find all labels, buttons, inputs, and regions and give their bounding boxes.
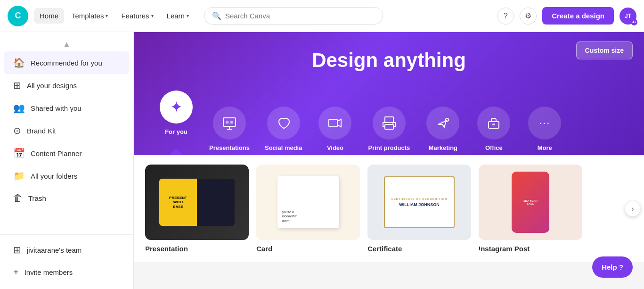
nav-features[interactable]: Features ▾ bbox=[115, 8, 159, 24]
print-label: Print products bbox=[368, 144, 410, 155]
insta-screen: MID-YEARSALE bbox=[512, 172, 549, 233]
sidebar-item-team[interactable]: ⊞ jivitaarane's team bbox=[4, 239, 130, 261]
nav-templates[interactable]: Templates ▾ bbox=[66, 8, 114, 24]
template-card-card[interactable]: you're awonderfulmom! Card bbox=[256, 165, 360, 253]
presentations-label: Presentations bbox=[209, 144, 250, 155]
team-icon: ⊞ bbox=[13, 244, 21, 256]
sidebar-item-trash-label: Trash bbox=[28, 194, 46, 202]
instagram-thumbnail: MID-YEARSALE bbox=[479, 165, 582, 240]
main-content: Design anything Custom size ✦ For you bbox=[134, 32, 644, 289]
avatar-initials: JT bbox=[625, 13, 631, 19]
help-icon-button[interactable]: ? bbox=[497, 8, 514, 25]
search-input[interactable] bbox=[225, 12, 375, 20]
template-grid: PRESENTWITHEASE Presentation you're awon… bbox=[145, 165, 633, 253]
sidebar-item-trash[interactable]: 🗑 Trash bbox=[4, 187, 130, 209]
cert-title: CERTIFICATE OF RECOGNITION bbox=[391, 198, 447, 200]
sidebar-item-invite[interactable]: + Invite members bbox=[4, 261, 130, 283]
sidebar-item-brand[interactable]: ⊙ Brand Kit bbox=[4, 119, 130, 142]
svg-rect-5 bbox=[329, 119, 337, 127]
card-inner: you're awonderfulmom! bbox=[277, 176, 339, 228]
hero-title: Design anything bbox=[153, 49, 625, 72]
cert-name: WILLIAM JOHNSON bbox=[399, 202, 440, 207]
trash-icon: 🗑 bbox=[13, 193, 23, 204]
nav-links: Home Templates ▾ Features ▾ Learn ▾ bbox=[34, 8, 195, 24]
hero-banner: Design anything Custom size ✦ For you bbox=[134, 32, 644, 155]
more-dots-icon: ··· bbox=[539, 117, 550, 129]
print-icon-circle bbox=[373, 107, 406, 140]
sparkle-icon: ✦ bbox=[170, 98, 183, 116]
nav-learn-label: Learn bbox=[167, 12, 185, 20]
nav-home[interactable]: Home bbox=[34, 8, 64, 24]
category-for-you[interactable]: ✦ For you bbox=[153, 87, 200, 155]
svg-point-9 bbox=[446, 118, 448, 121]
avatar-badge: JT bbox=[631, 19, 637, 25]
svg-rect-7 bbox=[385, 124, 393, 129]
nav-home-label: Home bbox=[40, 12, 58, 20]
category-print[interactable]: Print products bbox=[362, 103, 416, 155]
marketing-icon-circle bbox=[426, 107, 459, 140]
nav-learn[interactable]: Learn ▾ bbox=[161, 8, 195, 24]
svg-rect-3 bbox=[226, 121, 228, 124]
category-office[interactable]: Office bbox=[470, 103, 517, 155]
cert-inner: CERTIFICATE OF RECOGNITION WILLIAM JOHNS… bbox=[384, 176, 455, 228]
sidebar-item-planner[interactable]: 📅 Content Planner bbox=[4, 142, 130, 165]
active-indicator bbox=[170, 149, 183, 155]
search-bar: 🔍 bbox=[204, 7, 383, 25]
next-arrow-button[interactable]: › bbox=[625, 201, 640, 216]
sidebar-item-all-designs-label: All your designs bbox=[27, 82, 77, 90]
template-card-presentation[interactable]: PRESENTWITHEASE Presentation bbox=[145, 165, 249, 253]
canva-logo[interactable]: C bbox=[8, 6, 28, 26]
card-label: Card bbox=[256, 245, 360, 253]
office-icon-circle bbox=[477, 107, 510, 140]
template-card-instagram[interactable]: MID-YEARSALE Instagram Post bbox=[479, 165, 582, 253]
folder-icon: 📁 bbox=[13, 170, 25, 182]
settings-icon-button[interactable]: ⚙ bbox=[520, 8, 537, 25]
marketing-icon bbox=[436, 116, 450, 130]
presentation-icon bbox=[222, 116, 236, 130]
print-icon bbox=[382, 116, 396, 130]
insta-text: MID-YEARSALE bbox=[523, 199, 538, 205]
category-presentations[interactable]: Presentations bbox=[204, 103, 255, 155]
card-thumbnail: you're awonderfulmom! bbox=[256, 165, 360, 240]
social-icon bbox=[277, 116, 291, 130]
category-social-media[interactable]: Social media bbox=[259, 103, 308, 155]
sidebar-item-brand-label: Brand Kit bbox=[27, 127, 56, 135]
create-design-button[interactable]: Create a design bbox=[542, 7, 614, 25]
header: C Home Templates ▾ Features ▾ Learn ▾ 🔍 … bbox=[0, 0, 644, 32]
presentation-inner: PRESENTWITHEASE bbox=[159, 179, 235, 226]
home-icon: 🏠 bbox=[13, 57, 25, 68]
svg-point-8 bbox=[392, 124, 393, 125]
office-icon bbox=[487, 116, 501, 130]
sidebar-item-shared-label: Shared with you bbox=[31, 104, 82, 112]
video-label: Video bbox=[327, 144, 343, 155]
video-icon bbox=[328, 116, 342, 130]
nav-features-label: Features bbox=[121, 12, 149, 20]
certificate-label: Certificate bbox=[367, 245, 471, 253]
sidebar-item-shared[interactable]: 👥 Shared with you bbox=[4, 97, 130, 119]
presentation-label: Presentation bbox=[145, 245, 249, 253]
chevron-down-icon: ▾ bbox=[106, 13, 108, 18]
category-icons: ✦ For you bbox=[153, 87, 625, 155]
pres-text: PRESENTWITHEASE bbox=[167, 194, 189, 211]
scroll-indicator: ▲ bbox=[0, 38, 133, 51]
search-icon: 🔍 bbox=[212, 11, 221, 20]
grid-icon: ⊞ bbox=[13, 80, 21, 91]
custom-size-button[interactable]: Custom size bbox=[576, 41, 633, 59]
help-button[interactable]: Help ? bbox=[592, 256, 633, 278]
category-more[interactable]: ··· More bbox=[521, 103, 568, 155]
template-card-certificate[interactable]: CERTIFICATE OF RECOGNITION WILLIAM JOHNS… bbox=[367, 165, 471, 253]
sidebar-item-planner-label: Content Planner bbox=[31, 149, 82, 157]
sidebar-item-all-designs[interactable]: ⊞ All your designs bbox=[4, 74, 130, 97]
svg-rect-11 bbox=[492, 124, 495, 125]
category-marketing[interactable]: Marketing bbox=[419, 103, 466, 155]
sidebar-invite-label: Invite members bbox=[24, 268, 73, 276]
category-video[interactable]: Video bbox=[311, 103, 359, 155]
sidebar-item-recommended[interactable]: 🏠 Recommended for you bbox=[4, 51, 130, 74]
avatar[interactable]: JT JT bbox=[620, 8, 636, 25]
template-section-wrapper: PRESENTWITHEASE Presentation you're awon… bbox=[134, 155, 644, 262]
sidebar-item-folders[interactable]: 📁 All your folders bbox=[4, 165, 130, 187]
sidebar-team-label: jivitaarane's team bbox=[27, 246, 82, 254]
brand-icon: ⊙ bbox=[13, 125, 21, 136]
card-text: you're awonderfulmom! bbox=[282, 210, 296, 223]
for-you-icon-circle: ✦ bbox=[160, 91, 193, 124]
